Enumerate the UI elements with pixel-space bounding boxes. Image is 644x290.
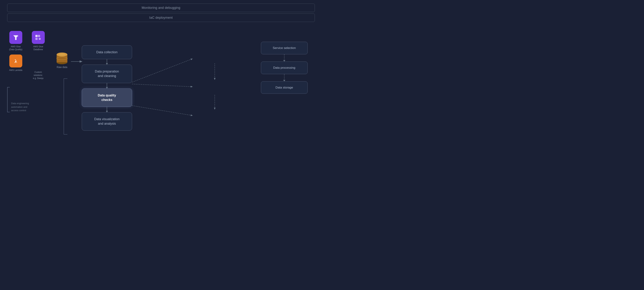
custom-solutions-label: Custom solutions:e.g. Deequ	[30, 69, 47, 80]
flow-area: Raw data Data collection Data preparatio…	[47, 27, 315, 144]
svg-text:✦: ✦	[17, 36, 18, 37]
svg-rect-3	[36, 35, 38, 37]
data-quality-label: Data qualitychecks	[98, 94, 116, 102]
raw-data-label: Raw data	[56, 66, 67, 69]
right-boxes-column: Service selection Data processing Data s…	[261, 42, 308, 94]
svg-point-28	[58, 54, 66, 56]
svg-line-16	[132, 106, 192, 116]
iac-banner: IaC deployment	[7, 14, 315, 22]
right-arrow-2	[284, 74, 284, 81]
aws-lambda-icon-box: λ	[9, 55, 22, 68]
svg-rect-5	[36, 38, 38, 40]
arrow-collection-to-prep	[107, 59, 107, 65]
data-storage-box: Data storage	[261, 81, 308, 94]
iac-label: IaC deployment	[149, 16, 173, 20]
data-processing-label: Data processing	[273, 66, 296, 70]
aws-glue-dq-icon-box: ✦	[9, 31, 22, 44]
aws-glue-databrew-icon-box	[32, 31, 45, 44]
service-icons: ✦ AWS Glue(Data Quality)	[7, 31, 47, 80]
arrow-prep-to-quality	[107, 83, 107, 89]
service-selection-label: Service selection	[273, 46, 296, 50]
databrew-icon	[34, 34, 42, 41]
service-item-aws-glue-dq: ✦ AWS Glue(Data Quality)	[7, 31, 24, 51]
glue-dq-icon: ✦	[12, 34, 20, 41]
data-quality-box: Data qualitychecks	[82, 89, 132, 107]
main-content: ✦ AWS Glue(Data Quality)	[7, 27, 315, 144]
svg-line-14	[132, 59, 192, 82]
svg-text:λ: λ	[14, 58, 17, 64]
database-icon	[56, 53, 68, 64]
top-banners: Monitoring and debugging IaC deployment	[7, 4, 315, 22]
svg-rect-4	[38, 35, 40, 37]
data-collection-label: Data collection	[96, 50, 118, 54]
main-page: Monitoring and debugging IaC deployment …	[0, 0, 322, 145]
data-storage-label: Data storage	[276, 86, 293, 89]
right-arrow-1	[284, 54, 284, 62]
service-item-aws-lambda: λ AWS Lambda	[7, 55, 24, 80]
left-sidebar: ✦ AWS Glue(Data Quality)	[7, 27, 47, 112]
data-preparation-box: Data preparationand cleaning	[82, 65, 132, 83]
aws-glue-dq-label: AWS Glue(Data Quality)	[9, 45, 22, 51]
arrow-quality-to-viz	[107, 107, 107, 112]
svg-line-15	[132, 84, 192, 87]
service-item-aws-glue-databrew: AWS GlueDataBrew	[30, 31, 47, 51]
lambda-icon: λ	[12, 57, 20, 65]
raw-data-section: Raw data	[56, 53, 68, 69]
monitoring-banner: Monitoring and debugging	[7, 4, 315, 12]
data-visualization-box: Data visualizationand analysis	[82, 112, 132, 131]
data-preparation-label: Data preparationand cleaning	[95, 70, 119, 78]
data-visualization-label: Data visualizationand analysis	[94, 117, 120, 125]
aws-lambda-label: AWS Lambda	[9, 69, 22, 72]
automation-label: Data engineeringautomation andaccess con…	[11, 96, 29, 112]
aws-glue-databrew-label: AWS GlueDataBrew	[33, 45, 43, 51]
data-collection-box: Data collection	[82, 45, 132, 59]
flow-boxes-column: Data collection Data preparationand clea…	[82, 45, 132, 131]
service-item-custom: Custom solutions:e.g. Deequ	[30, 55, 47, 80]
service-selection-box: Service selection	[261, 42, 308, 54]
monitoring-label: Monitoring and debugging	[142, 6, 180, 10]
data-processing-box: Data processing	[261, 62, 308, 74]
